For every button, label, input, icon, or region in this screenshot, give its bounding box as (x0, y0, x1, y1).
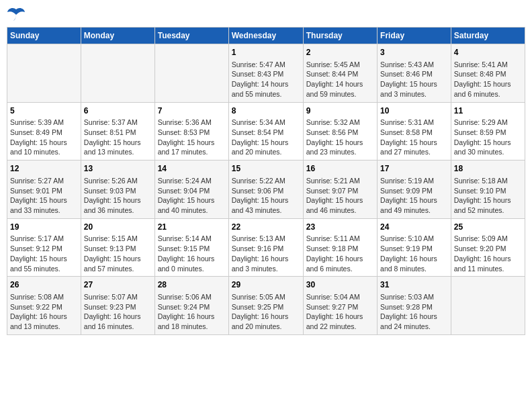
weekday-header-friday: Friday (378, 28, 451, 44)
day-info-text: and 8 minutes. (380, 264, 448, 274)
day-info-text: Daylight: 15 hours (454, 79, 522, 89)
day-info-text: Sunrise: 5:10 AM (380, 234, 448, 244)
day-info-text: Daylight: 14 hours (232, 79, 300, 89)
day-info-text: and 33 minutes. (10, 205, 78, 216)
calendar-cell: 30Sunrise: 5:04 AMSunset: 9:27 PMDayligh… (303, 277, 377, 335)
day-info-text: Sunrise: 5:34 AM (232, 118, 300, 128)
day-info-text: and 20 minutes. (232, 147, 300, 157)
day-info-text: Sunset: 9:13 PM (84, 244, 152, 254)
day-number: 25 (454, 222, 522, 233)
weekday-header-saturday: Saturday (451, 28, 525, 44)
day-info-text: Sunset: 8:43 PM (232, 69, 300, 79)
day-info-text: Daylight: 16 hours (306, 254, 374, 264)
calendar-cell (451, 277, 525, 335)
day-number: 24 (380, 222, 448, 233)
day-number: 21 (158, 222, 226, 233)
day-info-text: Sunset: 9:25 PM (232, 302, 300, 312)
day-number: 4 (454, 47, 522, 58)
day-info-text: Sunrise: 5:45 AM (306, 60, 374, 70)
day-info-text: Sunrise: 5:27 AM (10, 176, 78, 186)
weekday-header-tuesday: Tuesday (154, 28, 228, 44)
calendar-cell: 9Sunrise: 5:32 AMSunset: 8:56 PMDaylight… (303, 102, 377, 161)
day-number: 1 (232, 47, 300, 58)
calendar-cell: 4Sunrise: 5:41 AMSunset: 8:48 PMDaylight… (451, 44, 525, 103)
weekday-header-row: SundayMondayTuesdayWednesdayThursdayFrid… (7, 28, 525, 44)
day-info-text: Sunrise: 5:41 AM (454, 60, 522, 70)
day-info-text: and 46 minutes. (306, 205, 374, 216)
weekday-header-monday: Monday (81, 28, 154, 44)
calendar-cell: 12Sunrise: 5:27 AMSunset: 9:01 PMDayligh… (7, 161, 81, 219)
day-number: 23 (306, 222, 374, 233)
day-info-text: and 36 minutes. (84, 205, 152, 216)
day-number: 29 (232, 279, 300, 291)
day-info-text: and 0 minutes. (158, 264, 226, 274)
calendar-cell (81, 44, 154, 103)
day-info-text: and 30 minutes. (454, 147, 522, 157)
day-info-text: Sunrise: 5:32 AM (306, 118, 374, 128)
calendar-cell: 6Sunrise: 5:37 AMSunset: 8:51 PMDaylight… (81, 102, 154, 161)
day-number: 9 (306, 105, 374, 117)
day-info-text: Daylight: 15 hours (380, 195, 448, 205)
day-info-text: Sunrise: 5:36 AM (158, 118, 226, 128)
day-info-text: Daylight: 15 hours (10, 195, 78, 205)
day-number: 5 (10, 105, 78, 117)
day-info-text: Sunset: 9:12 PM (10, 244, 78, 254)
day-info-text: Daylight: 16 hours (10, 312, 78, 322)
calendar-week-row: 19Sunrise: 5:17 AMSunset: 9:12 PMDayligh… (7, 218, 525, 277)
calendar-cell: 20Sunrise: 5:15 AMSunset: 9:13 PMDayligh… (81, 218, 154, 277)
day-info-text: Sunset: 9:07 PM (306, 186, 374, 196)
day-info-text: Daylight: 15 hours (158, 195, 226, 205)
calendar-cell: 3Sunrise: 5:43 AMSunset: 8:46 PMDaylight… (378, 44, 451, 103)
day-info-text: Daylight: 15 hours (10, 254, 78, 264)
logo (7, 7, 28, 21)
day-info-text: Sunrise: 5:03 AM (380, 292, 448, 302)
day-info-text: Sunrise: 5:21 AM (306, 176, 374, 186)
calendar-cell: 17Sunrise: 5:19 AMSunset: 9:09 PMDayligh… (378, 161, 451, 219)
day-info-text: Sunrise: 5:11 AM (306, 234, 374, 244)
calendar-cell: 14Sunrise: 5:24 AMSunset: 9:04 PMDayligh… (154, 161, 228, 219)
day-info-text: Sunset: 8:53 PM (158, 128, 226, 138)
page-header (7, 7, 525, 21)
day-number: 16 (306, 163, 374, 175)
day-info-text: and 52 minutes. (454, 205, 522, 216)
day-info-text: Daylight: 16 hours (232, 312, 300, 322)
day-info-text: Daylight: 16 hours (306, 312, 374, 322)
day-info-text: and 59 minutes. (306, 89, 374, 99)
day-number: 27 (84, 279, 152, 291)
day-info-text: Daylight: 14 hours (306, 79, 374, 89)
day-info-text: and 3 minutes. (232, 264, 300, 274)
day-info-text: Sunrise: 5:26 AM (84, 176, 152, 186)
calendar-cell: 7Sunrise: 5:36 AMSunset: 8:53 PMDaylight… (154, 102, 228, 161)
day-info-text: and 6 minutes. (306, 264, 374, 274)
day-info-text: and 22 minutes. (306, 322, 374, 332)
day-info-text: Daylight: 15 hours (232, 138, 300, 148)
day-info-text: and 16 minutes. (84, 322, 152, 332)
day-info-text: Sunset: 8:58 PM (380, 128, 448, 138)
day-number: 15 (232, 163, 300, 175)
day-info-text: Sunset: 9:27 PM (306, 302, 374, 312)
calendar-cell (7, 44, 81, 103)
day-number: 19 (10, 222, 78, 233)
calendar-cell: 15Sunrise: 5:22 AMSunset: 9:06 PMDayligh… (228, 161, 303, 219)
day-info-text: and 55 minutes. (10, 264, 78, 274)
day-number: 22 (232, 222, 300, 233)
day-info-text: Daylight: 15 hours (10, 138, 78, 148)
calendar-cell: 21Sunrise: 5:14 AMSunset: 9:15 PMDayligh… (154, 218, 228, 277)
day-info-text: and 13 minutes. (10, 322, 78, 332)
day-number: 3 (380, 47, 448, 58)
day-info-text: Sunset: 9:19 PM (380, 244, 448, 254)
day-info-text: Sunrise: 5:09 AM (454, 234, 522, 244)
day-info-text: Sunset: 8:54 PM (232, 128, 300, 138)
day-number: 10 (380, 105, 448, 117)
day-info-text: Sunrise: 5:31 AM (380, 118, 448, 128)
day-info-text: Sunrise: 5:04 AM (306, 292, 374, 302)
day-info-text: Daylight: 16 hours (380, 254, 448, 264)
day-info-text: Daylight: 15 hours (306, 195, 374, 205)
day-info-text: and 6 minutes. (454, 89, 522, 99)
day-info-text: Daylight: 15 hours (84, 254, 152, 264)
calendar-cell: 1Sunrise: 5:47 AMSunset: 8:43 PMDaylight… (228, 44, 303, 103)
day-number: 7 (158, 105, 226, 117)
day-number: 8 (232, 105, 300, 117)
day-number: 12 (10, 163, 78, 175)
day-number: 26 (10, 279, 78, 291)
